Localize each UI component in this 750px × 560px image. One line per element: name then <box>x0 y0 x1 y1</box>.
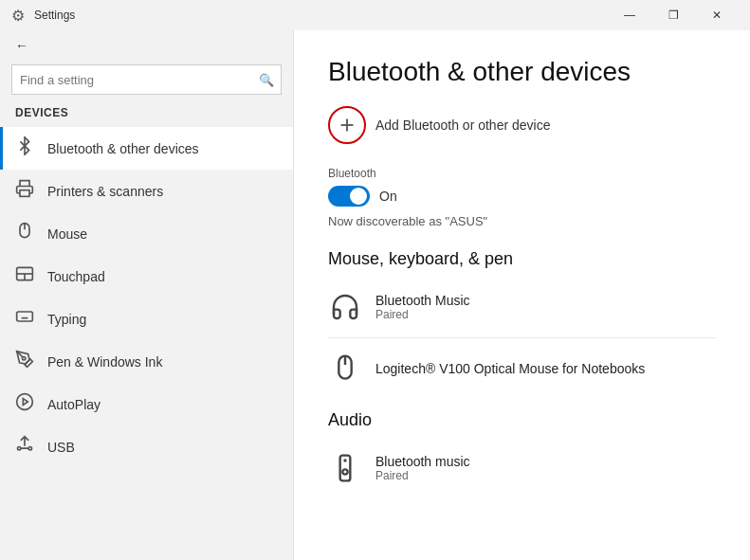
main-container: ← 🔍 Devices Bluetooth & other devices <box>0 30 750 560</box>
device-name-bluetooth-music: Bluetooth Music <box>375 293 470 308</box>
device-info-logitech: Logitech® V100 Optical Mouse for Noteboo… <box>375 361 645 376</box>
sidebar-item-typing-label: Typing <box>47 312 86 327</box>
svg-point-13 <box>17 394 33 410</box>
sidebar-item-bluetooth[interactable]: Bluetooth & other devices <box>0 127 293 170</box>
sidebar: ← 🔍 Devices Bluetooth & other devices <box>0 30 294 560</box>
sidebar-item-pen[interactable]: Pen & Windows Ink <box>0 340 293 383</box>
svg-rect-6 <box>17 312 33 321</box>
touchpad-icon <box>15 264 34 288</box>
device-name-logitech: Logitech® V100 Optical Mouse for Noteboo… <box>375 361 645 376</box>
sidebar-item-usb[interactable]: USB <box>0 425 293 468</box>
search-icon: 🔍 <box>259 73 274 87</box>
sidebar-item-usb-label: USB <box>47 440 75 455</box>
sidebar-item-pen-label: Pen & Windows Ink <box>47 354 162 370</box>
sidebar-item-mouse-label: Mouse <box>47 226 87 242</box>
svg-point-12 <box>23 357 26 360</box>
page-title: Bluetooth & other devices <box>328 57 716 87</box>
sidebar-section-title: Devices <box>0 102 293 127</box>
search-input[interactable] <box>11 64 282 95</box>
mouse-device-icon <box>328 352 362 386</box>
device-name-bt-music: Bluetooth music <box>375 454 470 469</box>
speaker-icon <box>328 451 362 485</box>
device-status-bluetooth-music: Paired <box>375 308 470 321</box>
mouse-icon <box>15 222 34 245</box>
mouse-keyboard-section-title: Mouse, keyboard, & pen <box>328 249 716 269</box>
device-info-bluetooth-music: Bluetooth Music Paired <box>375 293 470 321</box>
content-area: Bluetooth & other devices Add Bluetooth … <box>294 30 750 560</box>
minimize-button[interactable]: — <box>608 0 651 30</box>
sidebar-item-typing[interactable]: Typing <box>0 298 293 340</box>
bluetooth-section-label: Bluetooth <box>328 167 716 180</box>
sidebar-item-printers[interactable]: Printers & scanners <box>0 170 293 212</box>
bluetooth-toggle-row: On <box>328 186 716 207</box>
headphones-icon <box>328 290 362 324</box>
settings-icon: ⚙ <box>11 7 25 25</box>
device-info-bt-music: Bluetooth music Paired <box>375 454 470 482</box>
bluetooth-icon <box>15 136 34 160</box>
maximize-button[interactable]: ❐ <box>651 0 695 30</box>
search-container: 🔍 <box>11 64 282 95</box>
sidebar-item-bluetooth-label: Bluetooth & other devices <box>47 141 199 156</box>
autoplay-icon <box>15 392 34 416</box>
title-bar-left: ⚙ Settings <box>11 7 75 25</box>
device-item-bluetooth-music[interactable]: Bluetooth Music Paired <box>328 282 716 332</box>
audio-section-title: Audio <box>328 410 716 430</box>
sidebar-item-autoplay[interactable]: AutoPlay <box>0 383 293 425</box>
svg-marker-14 <box>23 399 27 406</box>
bluetooth-toggle[interactable] <box>328 186 370 207</box>
bluetooth-toggle-state: On <box>379 189 397 204</box>
back-button[interactable]: ← <box>0 30 293 61</box>
add-device-label: Add Bluetooth or other device <box>375 117 550 133</box>
title-bar: ⚙ Settings — ❐ ✕ <box>0 0 750 30</box>
device-item-bt-music[interactable]: Bluetooth music Paired <box>328 443 716 493</box>
divider-1 <box>328 337 716 338</box>
toggle-knob <box>350 188 367 205</box>
printer-icon <box>15 179 34 203</box>
back-icon: ← <box>15 38 28 53</box>
add-device-circle-icon <box>328 106 366 144</box>
svg-rect-0 <box>20 190 29 197</box>
device-item-logitech-mouse[interactable]: Logitech® V100 Optical Mouse for Noteboo… <box>328 344 716 393</box>
usb-icon <box>15 435 34 459</box>
device-status-bt-music: Paired <box>375 469 470 482</box>
sidebar-item-touchpad-label: Touchpad <box>47 269 105 284</box>
add-device-button[interactable]: Add Bluetooth or other device <box>328 106 716 144</box>
title-bar-controls: — ❐ ✕ <box>608 0 739 30</box>
sidebar-item-mouse[interactable]: Mouse <box>0 212 293 255</box>
sidebar-item-autoplay-label: AutoPlay <box>47 397 101 412</box>
title-bar-title: Settings <box>34 9 75 22</box>
svg-point-20 <box>342 469 347 474</box>
sidebar-item-printers-label: Printers & scanners <box>47 184 163 199</box>
discoverable-text: Now discoverable as "ASUS" <box>328 214 716 228</box>
pen-icon <box>15 350 34 373</box>
sidebar-item-touchpad[interactable]: Touchpad <box>0 255 293 298</box>
close-button[interactable]: ✕ <box>695 0 739 30</box>
keyboard-icon <box>15 307 34 331</box>
